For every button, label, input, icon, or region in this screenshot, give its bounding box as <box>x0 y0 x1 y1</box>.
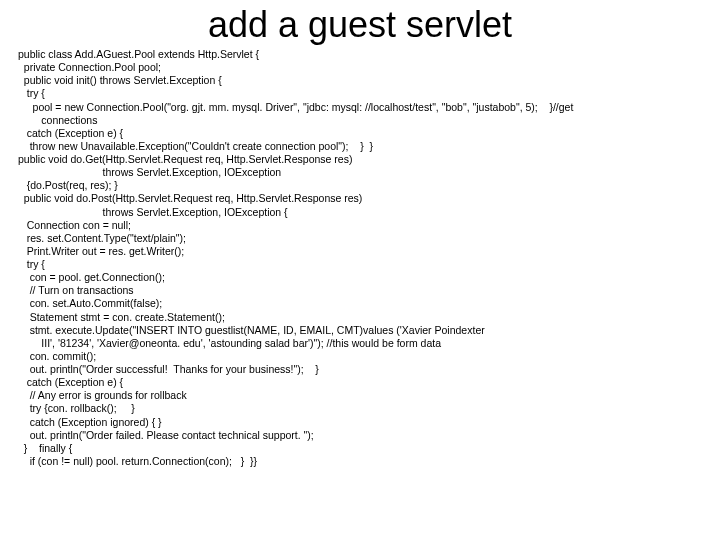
slide-title: add a guest servlet <box>0 4 720 46</box>
code-block: public class Add.AGuest.Pool extends Htt… <box>0 48 720 468</box>
